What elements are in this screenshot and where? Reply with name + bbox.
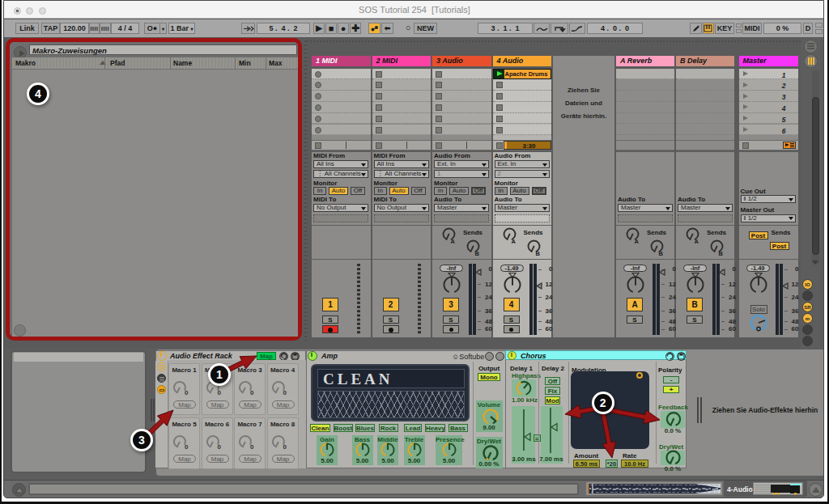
svg-text:A: A (695, 238, 699, 245)
svg-text:B: B (475, 250, 480, 257)
svg-text:A: A (511, 238, 516, 245)
svg-text:A: A (635, 238, 640, 245)
svg-text:B: B (719, 250, 724, 257)
svg-text:A: A (451, 238, 456, 245)
svg-text:B: B (535, 250, 540, 257)
svg-text:B: B (659, 250, 664, 257)
